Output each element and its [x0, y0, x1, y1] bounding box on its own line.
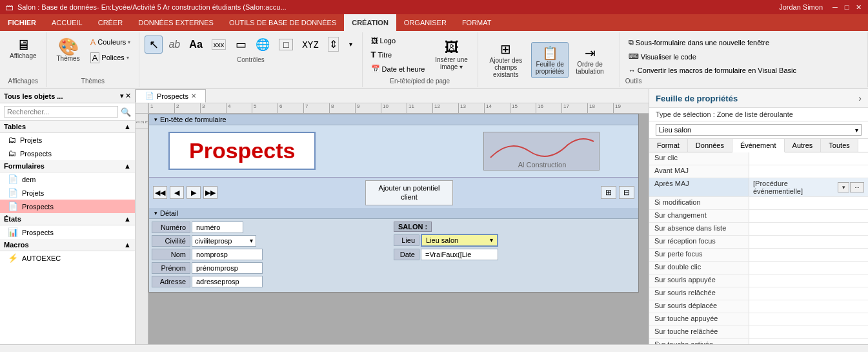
nav-first-button[interactable]: ◀◀: [153, 186, 167, 199]
logo-button[interactable]: 🖼 Logo: [368, 35, 429, 47]
tab-organiser[interactable]: ORGANISER: [396, 14, 454, 31]
sidebar-section-macros[interactable]: Macros ▲: [0, 239, 135, 251]
sidebar-close-button[interactable]: ✕: [125, 92, 131, 100]
value-prenom[interactable]: prénomprosp: [192, 262, 263, 274]
subform-window-button[interactable]: ⧉ Sous-formulaire dans une nouvelle fenê…: [625, 36, 772, 48]
xxx-button[interactable]: xxx: [208, 37, 230, 52]
date-button[interactable]: 📅 Date et heure: [368, 63, 429, 75]
sidebar-item-dem-form[interactable]: 📄 dem: [0, 172, 135, 186]
sidebar-menu-button[interactable]: ▾: [120, 92, 124, 100]
value-civilite-select[interactable]: civiliteprosp ▾: [192, 235, 256, 247]
apres-maj-ellipsis-btn[interactable]: ···: [850, 182, 864, 192]
tab-donnees[interactable]: DONNÉES EXTERNES: [130, 14, 221, 31]
themes-button[interactable]: 🎨 Thèmes: [52, 35, 85, 65]
date-icon: 📅: [371, 65, 380, 73]
sidebar-item-prospects-form[interactable]: 📄 Prospects: [0, 200, 135, 213]
globe-button[interactable]: 🌐: [252, 36, 273, 54]
maximize-button[interactable]: □: [842, 3, 851, 12]
prop-value-apres-maj[interactable]: [Procédure événementielle] ▾ ···: [749, 178, 868, 196]
prop-value-sur-touche-activee[interactable]: [749, 339, 868, 344]
prop-value-sur-souris-appuyee[interactable]: [749, 274, 868, 287]
cursor-button[interactable]: ↖: [145, 36, 163, 54]
tab-fichier[interactable]: FICHIER: [0, 14, 44, 31]
ruler-row: 1 2 3 4 5 6 7 8 9 10 11 12 13 14 15 16 1: [136, 103, 649, 114]
prop-value-sur-clic[interactable]: [749, 152, 868, 165]
prop-tab-toutes[interactable]: Toutes: [821, 139, 858, 152]
sidebar-section-etats[interactable]: États ▲: [0, 213, 135, 225]
sidebar-item-prospects-etat[interactable]: 📊 Prospects: [0, 225, 135, 239]
prop-value-si-modification[interactable]: [749, 197, 868, 209]
insert-image-button[interactable]: 🖼 Insérer uneimage ▾: [430, 36, 472, 74]
prospects-form-tab[interactable]: 📄 Prospects ✕: [136, 89, 206, 103]
value-adresse[interactable]: adresseprosp: [192, 276, 263, 287]
value-nom[interactable]: nomprosp: [192, 249, 263, 260]
prop-tab-donnees[interactable]: Données: [688, 139, 732, 152]
prop-row-sur-changement: Sur changement: [649, 210, 868, 223]
prop-value-sur-perte-focus[interactable]: [749, 249, 868, 261]
sidebar-item-prospects-table[interactable]: 🗂 Prospects: [0, 147, 135, 160]
ruler-corner: [136, 103, 148, 114]
nav-icon-2[interactable]: ⊟: [619, 186, 634, 199]
value-numero[interactable]: numéro: [192, 222, 243, 233]
sidebar-item-autoexec[interactable]: ⚡ AUTOEXEC: [0, 251, 135, 265]
view-code-button[interactable]: ⌨ Visualiser le code: [625, 50, 700, 63]
tab-accueil[interactable]: ACCUEIL: [44, 14, 90, 31]
prop-value-sur-souris-deplacee[interactable]: [749, 300, 868, 313]
nav-last-button[interactable]: ▶▶: [203, 186, 217, 199]
properties-sheet-button[interactable]: 📋 Feuille depropriétés: [531, 42, 569, 78]
form-title-control[interactable]: Prospects: [168, 132, 316, 170]
sidebar-item-projets-table[interactable]: 🗂 Projets: [0, 133, 135, 147]
add-client-button[interactable]: Ajouter un potentielclient: [365, 180, 454, 205]
nav-prev-button[interactable]: ◀: [170, 186, 184, 199]
form-tab-close-button[interactable]: ✕: [191, 92, 196, 99]
nav-icon-1[interactable]: ⊞: [601, 186, 616, 199]
prop-tab-autres[interactable]: Autres: [785, 139, 822, 152]
lieu-salon-select[interactable]: Lieu salon ▾: [421, 234, 498, 247]
more-controls-button[interactable]: ▾: [345, 39, 357, 50]
couleurs-button[interactable]: A Couleurs ▾: [87, 36, 134, 49]
tab-creation[interactable]: CRÉATION: [344, 14, 396, 31]
view-code-label: Visualiser le code: [641, 53, 696, 61]
polices-button[interactable]: A Polices ▾: [87, 50, 134, 65]
tab-creer[interactable]: CRÉER: [90, 14, 131, 31]
titre-button[interactable]: T Titre: [368, 48, 429, 61]
sidebar-item-projets-form[interactable]: 📄 Projets: [0, 186, 135, 200]
properties-chevron-icon[interactable]: ›: [858, 93, 862, 103]
properties-item-select[interactable]: Lieu salon ▾: [656, 124, 862, 136]
properties-header: Feuille de propriétés ›: [649, 89, 868, 108]
search-input[interactable]: [4, 106, 118, 118]
nav-next-button[interactable]: ▶: [187, 186, 201, 199]
prop-value-sur-touche-appuyee[interactable]: [749, 313, 868, 326]
prop-value-sur-touche-relachee[interactable]: [749, 326, 868, 338]
prop-tab-evenement[interactable]: Événement: [732, 139, 785, 152]
tab-outils-bd[interactable]: OUTILS DE BASE DE DONNÉES: [221, 14, 344, 31]
affichage-button[interactable]: 🖥 Affichage: [5, 35, 41, 63]
prop-tab-format[interactable]: Format: [649, 139, 688, 152]
rectangle-button[interactable]: ▭: [232, 36, 250, 54]
textbox-button[interactable]: ab: [165, 37, 183, 52]
prop-value-sur-absence[interactable]: [749, 223, 868, 235]
prop-tab-evenement-label: Événement: [740, 141, 776, 149]
prop-name-avant-maj: Avant MAJ: [649, 165, 749, 178]
convert-macros-button[interactable]: ↔ Convertir les macros de formulaire en …: [625, 65, 800, 76]
inputbox-button[interactable]: □: [276, 37, 296, 52]
close-button[interactable]: ✕: [854, 3, 863, 12]
value-date[interactable]: =VraiFaux([Lie: [421, 249, 498, 260]
apres-maj-dropdown-btn[interactable]: ▾: [838, 182, 849, 192]
sidebar-section-formulaires[interactable]: Formulaires ▲: [0, 160, 135, 172]
prop-value-sur-reception-focus[interactable]: [749, 236, 868, 248]
prop-value-sur-changement[interactable]: [749, 210, 868, 222]
prop-value-avant-maj[interactable]: [749, 165, 868, 178]
sidebar-section-tables[interactable]: Tables ▲: [0, 121, 135, 133]
tab-order-button[interactable]: ⇥ Ordre detabulation: [571, 42, 608, 78]
tab-format[interactable]: FORMAT: [454, 14, 500, 31]
minimize-button[interactable]: ─: [831, 3, 840, 12]
prop-tab-autres-label: Autres: [792, 141, 813, 149]
prop-value-sur-souris-relachee[interactable]: [749, 287, 868, 300]
add-fields-button[interactable]: ⊞ Ajouter deschamps existants: [483, 38, 529, 81]
prop-name-sur-double-clic: Sur double clic: [649, 262, 749, 274]
scrollbar-button[interactable]: ⇕: [325, 35, 343, 54]
prop-value-sur-double-clic[interactable]: [749, 262, 868, 274]
label-button[interactable]: Aa: [186, 37, 205, 52]
xyz-button[interactable]: XYZ: [299, 37, 321, 52]
